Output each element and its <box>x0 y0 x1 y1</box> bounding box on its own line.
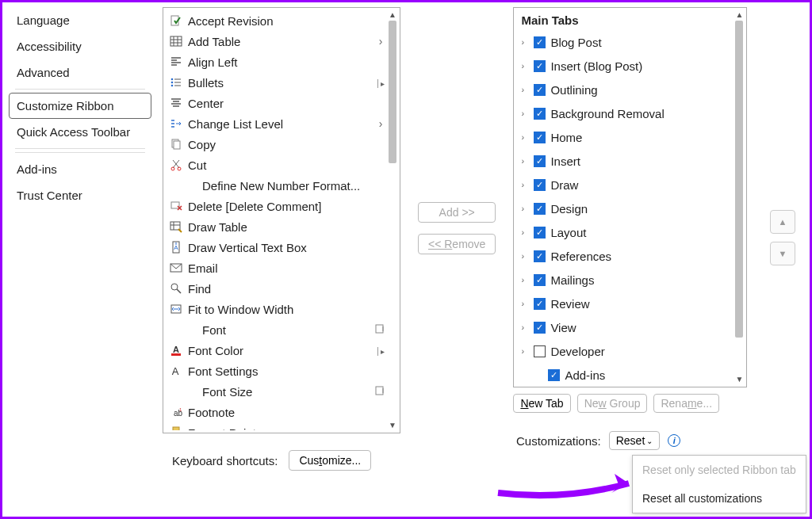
command-add-table[interactable]: Add Table› <box>166 31 387 52</box>
tab-checkbox[interactable]: ✓ <box>534 274 546 286</box>
tab-review[interactable]: ›✓Review <box>516 292 733 315</box>
new-group-button[interactable]: New Group <box>577 394 648 413</box>
sidebar-item-advanced[interactable]: Advanced <box>9 59 151 86</box>
scroll-up-arrow[interactable]: ▲ <box>733 10 745 21</box>
tab-view[interactable]: ›✓View <box>516 315 733 339</box>
move-down-button[interactable]: ▼ <box>770 242 795 265</box>
expand-chevron-icon[interactable]: › <box>521 61 529 71</box>
tab-draw[interactable]: ›✓Draw <box>516 173 733 197</box>
expand-chevron-icon[interactable]: › <box>521 85 529 94</box>
expand-chevron-icon[interactable]: › <box>521 180 529 189</box>
expand-chevron-icon[interactable]: › <box>521 109 529 118</box>
sidebar-item-customize-ribbon[interactable]: Customize Ribbon <box>9 93 151 119</box>
tab-checkbox[interactable]: ✓ <box>534 60 546 72</box>
sidebar-item-trust-center[interactable]: Trust Center <box>9 182 151 208</box>
tab-checkbox[interactable] <box>534 345 546 357</box>
move-up-button[interactable]: ▲ <box>770 210 795 234</box>
tab-checkbox[interactable]: ✓ <box>534 132 546 143</box>
svg-rect-23 <box>173 427 179 430</box>
reset-dropdown[interactable]: Reset⌄ <box>609 431 661 450</box>
command-font-color[interactable]: AFont Color▸ <box>166 340 387 361</box>
tab-mailings[interactable]: ›✓Mailings <box>516 268 733 292</box>
command-bullets[interactable]: Bullets▸ <box>166 72 387 93</box>
scroll-down-arrow[interactable]: ▼ <box>733 374 745 385</box>
expand-chevron-icon[interactable]: › <box>521 299 529 308</box>
sidebar-item-quick-access-toolbar[interactable]: Quick Access Toolbar <box>9 119 151 145</box>
tab-developer[interactable]: ›Developer <box>516 339 733 363</box>
tab-outlining[interactable]: ›✓Outlining <box>516 78 733 101</box>
command-define-new-number-format-[interactable]: Define New Number Format... <box>166 175 387 196</box>
expand-chevron-icon[interactable]: › <box>521 251 529 261</box>
tab-checkbox[interactable]: ✓ <box>534 155 546 167</box>
tab-add-ins[interactable]: ✓Add-ins <box>516 363 733 384</box>
command-fit-to-window-width[interactable]: Fit to Window Width <box>166 299 387 319</box>
tab-insert-blog-post-[interactable]: ›✓Insert (Blog Post) <box>516 54 733 78</box>
command-copy[interactable]: Copy <box>166 134 387 155</box>
expand-chevron-icon[interactable]: › <box>521 322 529 332</box>
command-email[interactable]: Email <box>166 258 387 278</box>
tab-layout[interactable]: ›✓Layout <box>516 220 733 244</box>
expand-chevron-icon[interactable]: › <box>521 227 529 237</box>
command-center[interactable]: Center <box>166 93 387 113</box>
tab-references[interactable]: ›✓References <box>516 244 733 268</box>
reset-all-item[interactable]: Reset all customizations <box>633 484 806 513</box>
expand-chevron-icon[interactable]: › <box>521 37 529 47</box>
command-font-size[interactable]: Font Size <box>166 381 387 402</box>
reset-selected-tab-item[interactable]: Reset only selected Ribbon tab <box>633 456 806 484</box>
tab-blog-post[interactable]: ›✓Blog Post <box>516 30 733 54</box>
add-button[interactable]: Add >> <box>418 202 496 223</box>
command-font-settings[interactable]: AFont Settings <box>166 361 387 381</box>
tab-checkbox[interactable]: ✓ <box>534 84 546 96</box>
command-label: Email <box>188 261 370 275</box>
sidebar-item-language[interactable]: Language <box>9 7 151 33</box>
command-delete-delete-comment-[interactable]: Delete [Delete Comment] <box>166 196 387 216</box>
email-icon <box>169 261 183 274</box>
command-font[interactable]: Font <box>166 319 387 340</box>
command-find[interactable]: Find <box>166 278 387 299</box>
tab-checkbox[interactable]: ✓ <box>534 179 546 191</box>
command-align-left[interactable]: Align Left <box>166 52 387 72</box>
customize-kb-button[interactable]: Customize... <box>289 450 371 471</box>
commands-scrollbar[interactable]: ▲ ▼ <box>387 10 398 431</box>
fontcolor-icon: A <box>169 344 183 357</box>
tab-home[interactable]: ›✓Home <box>516 125 733 149</box>
sidebar-item-accessibility[interactable]: Accessibility <box>9 33 151 59</box>
scroll-thumb[interactable] <box>389 21 396 163</box>
expand-chevron-icon[interactable]: › <box>521 132 529 142</box>
scroll-up-arrow[interactable]: ▲ <box>387 10 398 21</box>
scroll-thumb[interactable] <box>735 21 743 338</box>
find-icon <box>169 282 183 295</box>
command-change-list-level[interactable]: Change List Level› <box>166 113 387 134</box>
tab-checkbox[interactable]: ✓ <box>534 108 546 120</box>
expand-chevron-icon[interactable]: › <box>521 156 529 166</box>
command-cut[interactable]: Cut <box>166 155 387 175</box>
accept-icon <box>169 14 183 27</box>
tabs-scrollbar[interactable]: ▲ ▼ <box>733 10 745 385</box>
expand-chevron-icon[interactable]: › <box>521 204 529 213</box>
tabs-panel: Main Tabs ›✓Blog Post›✓Insert (Blog Post… <box>513 7 747 387</box>
remove-button[interactable]: << Remove <box>418 234 496 254</box>
info-icon[interactable]: i <box>668 434 680 447</box>
tab-checkbox[interactable]: ✓ <box>534 250 546 262</box>
command-draw-vertical-text-box[interactable]: ADraw Vertical Text Box <box>166 237 387 258</box>
tab-checkbox[interactable]: ✓ <box>548 369 560 381</box>
expand-chevron-icon[interactable]: › <box>521 346 529 356</box>
tab-checkbox[interactable]: ✓ <box>534 322 546 334</box>
command-format-painter[interactable]: Format Painter <box>166 422 387 430</box>
formatpainter-icon <box>169 426 183 430</box>
new-tab-button[interactable]: New Tab <box>513 394 570 413</box>
scroll-down-arrow[interactable]: ▼ <box>387 420 398 431</box>
command-footnote[interactable]: ab1Footnote <box>166 402 387 422</box>
rename-button[interactable]: Rename... <box>653 394 719 413</box>
command-draw-table[interactable]: Draw Table <box>166 216 387 237</box>
tab-checkbox[interactable]: ✓ <box>534 36 546 48</box>
tab-design[interactable]: ›✓Design <box>516 197 733 220</box>
tab-checkbox[interactable]: ✓ <box>534 203 546 215</box>
tab-checkbox[interactable]: ✓ <box>534 298 546 310</box>
expand-chevron-icon[interactable]: › <box>521 275 529 284</box>
command-accept-revision[interactable]: Accept Revision <box>166 10 387 31</box>
tab-checkbox[interactable]: ✓ <box>534 227 546 239</box>
tab-background-removal[interactable]: ›✓Background Removal <box>516 101 733 125</box>
tab-insert[interactable]: ›✓Insert <box>516 149 733 173</box>
sidebar-item-add-ins[interactable]: Add-ins <box>9 156 151 182</box>
